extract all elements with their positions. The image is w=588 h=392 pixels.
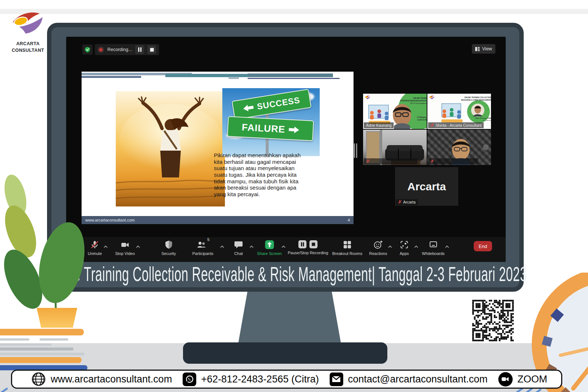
end-label: End	[478, 244, 487, 249]
phone-item: +62-812-2483-2565 (Citra)	[183, 373, 319, 386]
unmute-options-chevron[interactable]	[104, 243, 108, 249]
whatsapp-icon	[183, 373, 196, 386]
website-text: www.arcartaconsultant.com	[51, 374, 172, 385]
mic-muted-icon	[430, 159, 434, 163]
book-line	[40, 338, 68, 341]
participants-icon	[196, 240, 207, 249]
panel-resize-handle[interactable]	[354, 143, 358, 158]
reactions-button[interactable]: Reactions	[369, 240, 387, 256]
security-label: Security	[161, 251, 176, 256]
end-meeting-button[interactable]: End	[474, 241, 492, 251]
participants-options-chevron[interactable]	[220, 243, 224, 249]
whiteboard-icon	[429, 240, 438, 249]
chat-button[interactable]: Chat	[234, 240, 243, 256]
book-orange	[0, 329, 84, 335]
apps-label: Apps	[399, 251, 409, 256]
tile-name-label	[364, 158, 417, 164]
plant-pot	[35, 308, 79, 328]
slide-stripe	[165, 74, 257, 77]
video-tile-shinta[interactable]: ONLINE TRAINING COLLECTION RECEIVABLE & …	[427, 94, 491, 129]
email-text: contact@arcartaconsultant.com	[348, 374, 488, 385]
flyer-illustration	[439, 106, 465, 125]
participant-name: Shinta - Arcarta Consultant	[435, 123, 481, 127]
tile-name-label: Shinta - Arcarta Consultant	[428, 122, 484, 128]
globe-icon	[31, 372, 46, 386]
sunset-photo	[116, 91, 225, 206]
breakout-grid-icon	[343, 240, 352, 249]
monitor-stand-neck	[238, 292, 341, 344]
whiteboards-button[interactable]: Whiteboards	[422, 240, 445, 256]
slide-footer: www.arcartaconsultant.com 4	[82, 216, 354, 224]
logo-text-line1: ARCARTA	[7, 40, 49, 47]
reactions-label: Reactions	[369, 251, 387, 256]
tile-name-label: Arcarta	[396, 199, 418, 205]
arcarta-tile-text: Arcarta	[407, 180, 446, 193]
video-tile-speaker2[interactable]	[427, 130, 491, 165]
breakout-rooms-label: Breakout Rooms	[332, 251, 362, 256]
success-failure-photo: SUCCESS FAILURE	[222, 88, 320, 156]
security-shield-icon	[164, 240, 173, 249]
apps-icon	[399, 240, 409, 249]
whiteboards-label: Whiteboards	[422, 251, 445, 256]
stop-icon	[150, 48, 154, 52]
arcarta-logo: ARCARTA CONSULTANT	[7, 10, 49, 54]
book-line	[0, 344, 51, 346]
qr-code	[472, 300, 514, 341]
view-label: View	[482, 46, 492, 51]
zoom-window: Recording... View	[66, 37, 506, 262]
slide-stripe	[248, 78, 340, 79]
chat-bubble-icon	[234, 240, 243, 249]
website-item: www.arcartaconsultant.com	[31, 372, 172, 386]
recording-dot-icon	[98, 47, 104, 53]
share-options-chevron[interactable]	[282, 243, 286, 249]
video-tile-room[interactable]	[363, 130, 427, 165]
monitor-caption: Online Training Collection Receivable & …	[51, 263, 519, 286]
tile-name-label	[428, 158, 478, 164]
chat-options-chevron[interactable]	[250, 243, 254, 249]
stop-video-button[interactable]: Stop Video	[115, 240, 135, 256]
whiteboards-options-chevron[interactable]	[445, 243, 449, 249]
training-title: Online Training Collection Receivable & …	[44, 263, 527, 286]
video-tile-adrie[interactable]: ONLINE TRAINING STRATEGI PENAGIHAN PIUTA…	[363, 94, 427, 129]
security-button[interactable]: Security	[161, 240, 176, 256]
reactions-smiley-icon	[373, 240, 383, 249]
arrow-right-icon	[289, 126, 300, 133]
share-screen-button[interactable]: Share Screen	[257, 240, 282, 256]
video-tile-arcarta[interactable]: Arcarta Arcarta	[395, 167, 458, 206]
success-sign-label: SUCCESS	[256, 95, 301, 111]
stop-recording-button[interactable]	[147, 45, 156, 54]
participants-count: 5	[207, 237, 209, 242]
zoom-toolbar: Unmute Stop Video Security	[66, 237, 506, 262]
email-item: contact@arcartaconsultant.com	[330, 373, 488, 386]
logo-text-line2: CONSULTANT	[7, 47, 49, 54]
flyer2-title2: RECEIVABLE & RISK MANAGEMENT	[459, 99, 491, 102]
reactions-options-chevron[interactable]	[388, 243, 392, 249]
share-screen-icon	[265, 240, 274, 249]
pause-recording-icon	[298, 240, 307, 249]
participants-button[interactable]: 5 Participants	[192, 240, 213, 256]
slide-stripe	[82, 76, 141, 78]
mic-muted-icon	[398, 200, 402, 204]
meeting-secure-indicator[interactable]	[82, 44, 93, 55]
pause-recording-button[interactable]	[135, 45, 144, 54]
view-button[interactable]: View	[472, 44, 495, 54]
apps-button[interactable]: Apps	[399, 240, 409, 256]
arcarta-logo-mark	[10, 10, 46, 39]
flyer-logo-icon	[429, 95, 435, 100]
monitor-stand-base	[183, 342, 387, 364]
pause-stop-recording-label: Pause/Stop Recording	[288, 251, 328, 255]
book-orange	[0, 357, 82, 363]
email-icon	[330, 373, 343, 386]
failure-sign-label: FAILURE	[241, 121, 286, 135]
recording-indicator: Recording...	[95, 44, 159, 55]
pause-stop-recording-button[interactable]: Pause/Stop Recording	[288, 240, 328, 255]
view-grid-icon	[475, 47, 480, 51]
video-options-chevron[interactable]	[136, 243, 140, 249]
plant-illustration	[0, 173, 99, 327]
slide-stripe	[229, 77, 239, 79]
poster-canvas: ARCARTA CONSULTANT Online Training Colle…	[0, 0, 588, 392]
apps-options-chevron[interactable]	[414, 243, 418, 249]
book-line	[0, 338, 29, 341]
slide-stripe	[248, 73, 333, 77]
breakout-rooms-button[interactable]: Breakout Rooms	[332, 240, 362, 256]
